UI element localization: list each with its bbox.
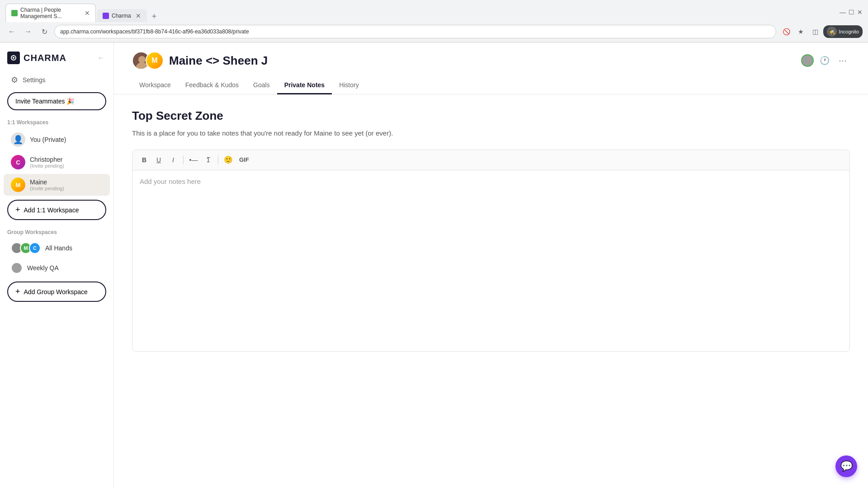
christopher-text: Christopher (Invite pending)	[30, 156, 64, 169]
new-tab-button[interactable]: ＋	[148, 9, 160, 22]
history-icon-button[interactable]: 🕐	[817, 53, 832, 68]
maine-name: Maine	[30, 178, 64, 186]
workspace-title: Maine <> Sheen J	[169, 54, 268, 68]
close-window-button[interactable]: ✕	[857, 9, 863, 16]
toolbar-separator-1	[183, 155, 184, 164]
notes-section-title: Top Secret Zone	[132, 109, 850, 123]
add-one-on-one-label: Add 1:1 Workspace	[24, 206, 79, 214]
sidebar-settings-item[interactable]: ⚙ Settings	[4, 71, 110, 89]
weekly-qa-left: Weekly QA	[11, 262, 59, 274]
maine-avatar: M	[11, 178, 25, 192]
underline-button[interactable]: U	[152, 154, 165, 166]
maine-text: Maine (Invite pending)	[30, 178, 64, 191]
browser-tab-1[interactable]: Charma | People Management S... ✕	[5, 4, 96, 22]
maine-sub: (Invite pending)	[30, 186, 64, 191]
settings-label: Settings	[23, 76, 46, 84]
tab-workspace[interactable]: Workspace	[132, 77, 178, 94]
browser-tab-2[interactable]: Charma ✕	[97, 9, 147, 22]
gif-button[interactable]: GIF	[236, 155, 252, 165]
workspace-avatar-2: M	[146, 52, 164, 70]
toolbar-separator-2	[218, 155, 218, 164]
you-private-avatar: 👤	[11, 132, 25, 147]
notes-area: Top Secret Zone This is a place for you …	[114, 94, 868, 488]
settings-icon: ⚙	[11, 75, 18, 85]
numbered-list-button[interactable]: 1̅	[202, 154, 214, 166]
you-private-name: You (Private)	[30, 136, 66, 143]
tab-history[interactable]: History	[332, 77, 366, 94]
you-private-text: You (Private)	[30, 136, 66, 143]
tab-goals[interactable]: Goals	[246, 77, 277, 94]
notes-editor-container: B U I •— 1̅ 🙂 GIF Add your notes here	[132, 150, 850, 352]
add-group-icon: +	[15, 287, 20, 296]
tab-feedback[interactable]: Feedback & Kudos	[178, 77, 246, 94]
christopher-sub: (Invite pending)	[30, 163, 64, 169]
browser-titlebar: Charma | People Management S... ✕ Charma…	[0, 0, 868, 22]
split-screen-icon[interactable]: ◫	[809, 25, 821, 38]
add-group-workspace-button[interactable]: + Add Group Workspace	[7, 282, 106, 302]
tab2-close[interactable]: ✕	[136, 12, 141, 19]
sidebar-item-all-hands[interactable]: M C All Hands	[4, 239, 110, 258]
maximize-button[interactable]: ☐	[849, 9, 854, 16]
weekly-qa-label: Weekly QA	[27, 264, 59, 272]
reload-button[interactable]: ↻	[38, 25, 51, 38]
current-user-avatar	[801, 54, 814, 67]
back-button[interactable]: ←	[5, 25, 18, 38]
app-container: CHARMA ← ⚙ Settings Invite Teammates 🎉 1…	[0, 42, 868, 488]
notes-editor-body[interactable]: Add your notes here	[132, 170, 849, 351]
svg-point-4	[138, 56, 146, 63]
all-hands-avatars: M C	[11, 242, 41, 254]
add-one-on-one-button[interactable]: + Add 1:1 Workspace	[7, 200, 106, 220]
sidebar-item-weekly-qa[interactable]: Weekly QA	[4, 258, 110, 277]
chat-fab-button[interactable]: 💬	[835, 455, 857, 477]
browser-tabs: Charma | People Management S... ✕ Charma…	[5, 4, 160, 22]
sidebar-item-christopher[interactable]: C Christopher (Invite pending)	[4, 151, 110, 173]
sidebar-logo-area: CHARMA ←	[0, 48, 113, 71]
chat-fab-icon: 💬	[840, 460, 853, 472]
incognito-badge: 🕵 Incognito	[823, 25, 863, 38]
invite-button-label: Invite Teammates 🎉	[15, 98, 74, 105]
workspace-title-area: M Maine <> Sheen J	[132, 52, 268, 70]
forward-button[interactable]: →	[22, 25, 34, 38]
christopher-name: Christopher	[30, 156, 64, 163]
header-tabs: Workspace Feedback & Kudos Goals Private…	[132, 77, 850, 94]
camera-off-icon[interactable]: 🚫	[780, 25, 793, 38]
all-hands-avatar-3: C	[29, 242, 41, 254]
invite-teammates-button[interactable]: Invite Teammates 🎉	[7, 92, 106, 110]
tab2-label: Charma	[112, 13, 131, 19]
weekly-qa-avatar-1	[11, 262, 23, 274]
svg-point-2	[13, 57, 14, 59]
minimize-button[interactable]: —	[840, 9, 846, 16]
logo-text: CHARMA	[24, 53, 66, 63]
bold-button[interactable]: B	[138, 154, 151, 166]
one-on-one-section-label: 1:1 Workspaces	[0, 114, 113, 128]
logo-icon	[7, 52, 20, 64]
christopher-avatar: C	[11, 155, 25, 169]
address-bar[interactable]: app.charma.com/workspaces/bf371fb8-8b74-…	[54, 25, 776, 38]
group-section-label: Group Workspaces	[0, 224, 113, 238]
header-actions: 🕐 ⋯	[801, 53, 850, 68]
tab1-favicon	[11, 10, 18, 16]
sidebar-collapse-button[interactable]: ←	[95, 52, 106, 63]
incognito-avatar: 🕵	[827, 27, 837, 37]
bullet-list-button[interactable]: •—	[187, 154, 200, 166]
add-group-label: Add Group Workspace	[24, 288, 88, 296]
tab-private-notes[interactable]: Private Notes	[277, 77, 332, 94]
logo: CHARMA	[7, 52, 66, 64]
emoji-button[interactable]: 🙂	[222, 154, 235, 166]
add-one-on-one-icon: +	[15, 205, 20, 215]
user-toggle[interactable]	[801, 54, 814, 67]
tab2-favicon	[103, 13, 109, 19]
main-content: M Maine <> Sheen J 🕐 ⋯ Workspace Feedbac…	[114, 42, 868, 488]
browser-chrome: Charma | People Management S... ✕ Charma…	[0, 0, 868, 42]
sidebar-item-maine[interactable]: M Maine (Invite pending)	[4, 174, 110, 196]
tab1-label: Charma | People Management S...	[20, 7, 80, 19]
bookmark-icon[interactable]: ★	[794, 25, 807, 38]
sidebar-item-you-private[interactable]: 👤 You (Private)	[4, 129, 110, 150]
editor-placeholder: Add your notes here	[140, 178, 201, 185]
weekly-qa-avatars	[11, 262, 23, 274]
workspace-avatars: M	[132, 52, 164, 70]
italic-button[interactable]: I	[167, 154, 179, 166]
more-options-button[interactable]: ⋯	[835, 53, 850, 68]
tab1-close[interactable]: ✕	[85, 9, 90, 17]
main-header: M Maine <> Sheen J 🕐 ⋯ Workspace Feedbac…	[114, 42, 868, 94]
